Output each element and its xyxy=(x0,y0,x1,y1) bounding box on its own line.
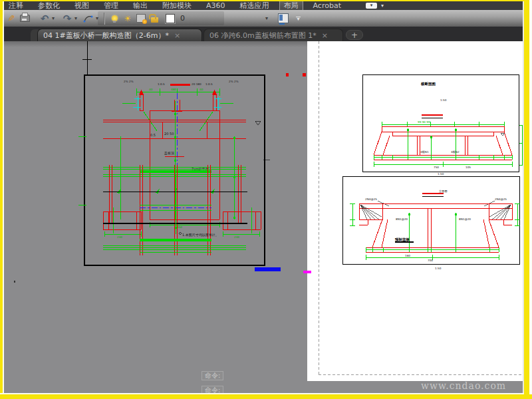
svg-text:240: 240 xyxy=(234,235,239,239)
file-tab-title: 04 1#盖板小桥一般构造图（2-6m）* xyxy=(43,31,169,41)
svg-text:4根N1: 4根N1 xyxy=(420,150,429,154)
svg-text:8N1@20: 8N1@20 xyxy=(396,217,408,221)
padlock-glyph xyxy=(151,17,158,23)
svg-text:40: 40 xyxy=(149,88,153,91)
svg-text:480: 480 xyxy=(171,88,176,91)
menu-item-view[interactable]: 视图 xyxy=(67,1,96,10)
menu-item-addins[interactable]: 附加模块 xyxy=(155,1,199,10)
svg-text:160: 160 xyxy=(405,254,410,257)
properties-palette-icon[interactable] xyxy=(277,12,289,25)
svg-text:750: 750 xyxy=(434,166,439,169)
svg-text:1:50: 1:50 xyxy=(435,267,442,270)
menu-item-layout[interactable]: 布局 xyxy=(280,1,303,10)
layer-unlock-icon[interactable] xyxy=(148,12,160,25)
svg-text:2% 2%: 2% 2% xyxy=(124,80,134,83)
svg-text:1:50: 1:50 xyxy=(438,172,444,176)
undo-icon[interactable]: ↶ xyxy=(39,12,51,25)
layer-freeze-viewport-icon[interactable] xyxy=(135,12,147,25)
svg-text:2% 2%: 2% 2% xyxy=(229,80,239,83)
svg-text:20 50: 20 50 xyxy=(164,132,174,136)
svg-text:0.5: 0.5 xyxy=(150,133,156,137)
menu-item-parametric[interactable]: 参数化 xyxy=(31,1,67,10)
menu-item-acrobat[interactable]: Acrobat xyxy=(306,1,348,10)
workspace-dropdown-icon[interactable]: ▾ xyxy=(366,3,377,9)
layer-color-swatch[interactable] xyxy=(164,12,176,25)
edit-pencil-icon[interactable]: ✎ xyxy=(5,12,17,25)
redo-icon[interactable]: ↷ xyxy=(61,12,73,25)
menu-item-output[interactable]: 输出 xyxy=(126,1,155,10)
capture-border-bottom xyxy=(0,394,532,399)
file-tab-title: 06 净跨6.0m盖板钢筋布置图 1* xyxy=(209,31,317,41)
file-tab-inactive[interactable]: 06 净跨6.0m盖板钢筋布置图 1* × xyxy=(203,29,343,41)
redo-caret-icon[interactable]: ▾ xyxy=(73,12,78,25)
close-tab-icon[interactable]: × xyxy=(322,31,328,40)
layout-paper xyxy=(307,41,523,381)
layer-on-bulb-icon[interactable] xyxy=(108,12,120,25)
plan-view: 1.本图尺寸均以厘米计。 xyxy=(103,165,247,255)
capture-border-right-outer xyxy=(529,0,532,399)
toolbar-collapse-chevron-icon[interactable]: ▾ xyxy=(296,17,301,21)
svg-text:1.本图尺寸均以厘米计。: 1.本图尺寸均以厘米计。 xyxy=(182,233,219,237)
bulb-glyph xyxy=(112,15,118,21)
svg-text:2N4@25: 2N4@25 xyxy=(365,198,377,201)
quick-access-toolbar: ✎ ↶ ▾ ↷ ▾ ▾ ☀ 0 ▾ ▾ xyxy=(1,10,524,27)
svg-text:盖板顶: 盖板顶 xyxy=(164,151,174,155)
properties-glyph xyxy=(278,13,289,23)
capture-border-left xyxy=(0,0,3,399)
color-swatch-glyph xyxy=(166,14,175,23)
new-tab-button[interactable]: + xyxy=(346,30,363,40)
menu-item-featured-apps[interactable]: 精选应用 xyxy=(233,1,277,10)
layer-thaw-sun-icon[interactable]: ☀ xyxy=(122,12,134,25)
spline-tool-icon[interactable] xyxy=(82,12,94,25)
watermark-text: www.cndao.com xyxy=(421,380,506,391)
menu-bar: 注释 参数化 视图 管理 输出 附加模块 A360 精选应用 布局 Acroba… xyxy=(1,1,524,10)
capture-border-left-inner xyxy=(3,0,4,399)
svg-text:2N4@25: 2N4@25 xyxy=(495,198,507,201)
undo-caret-icon[interactable]: ▾ xyxy=(51,12,56,25)
file-tab-active[interactable]: 04 1#盖板小桥一般构造图（2-6m）* × xyxy=(37,29,202,41)
svg-text:105: 105 xyxy=(466,166,471,169)
layer-sun-glyph xyxy=(136,14,146,23)
file-tab-bar: 04 1#盖板小桥一般构造图（2-6m）* × 06 净跨6.0m盖板钢筋布置图… xyxy=(1,27,524,41)
spline-caret-icon[interactable]: ▾ xyxy=(94,12,100,25)
menu-overflow-caret-icon[interactable]: ▾ xyxy=(381,1,384,10)
svg-text:8N1@20: 8N1@20 xyxy=(459,217,471,221)
command-prompt-history: 命令: xyxy=(201,371,223,380)
menu-item-annotate[interactable]: 注释 xyxy=(1,1,31,10)
printer-glyph xyxy=(20,15,30,22)
menu-item-manage[interactable]: 管理 xyxy=(96,1,126,10)
canvas-marks xyxy=(14,73,311,283)
svg-text:1:0.5: 1:0.5 xyxy=(205,82,213,86)
svg-text:横断面图: 横断面图 xyxy=(420,82,436,86)
autocad-window: 注释 参数化 视图 管理 输出 附加模块 A360 精选应用 布局 Acroba… xyxy=(0,0,532,399)
svg-text:4根N2: 4根N2 xyxy=(451,150,460,154)
menu-item-a360[interactable]: A360 xyxy=(199,1,233,10)
capture-border-top xyxy=(0,0,532,1)
svg-text:20 180: 20 180 xyxy=(192,82,201,86)
close-tab-icon[interactable]: × xyxy=(174,31,180,40)
layer-dropdown-caret-icon[interactable]: ▾ xyxy=(264,12,269,25)
capture-border-right xyxy=(524,0,529,399)
svg-text:240: 240 xyxy=(117,235,122,239)
svg-text:1:0.5: 1:0.5 xyxy=(158,82,165,86)
svg-text:1:50: 1:50 xyxy=(440,98,447,102)
svg-text:立面图: 立面图 xyxy=(439,190,448,193)
svg-text:40: 40 xyxy=(200,88,203,91)
cad-linework: 2% 2% 1:0.5 20 180 1:0.5 2% 2% 40 480 40 xyxy=(0,0,532,399)
svg-text:700: 700 xyxy=(428,259,433,262)
print-icon[interactable] xyxy=(19,12,31,25)
svg-text:450: 450 xyxy=(177,225,182,229)
svg-text:99 90 99: 99 90 99 xyxy=(418,120,430,124)
